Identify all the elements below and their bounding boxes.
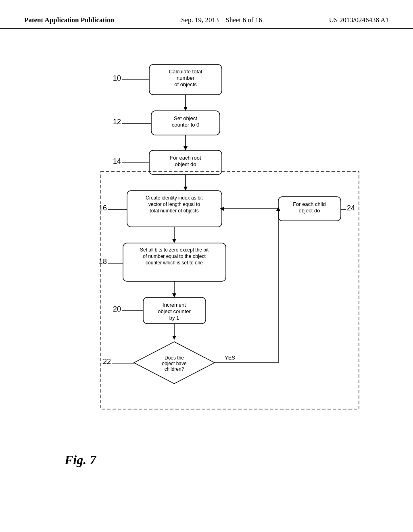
svg-text:Create identity index as bit: Create identity index as bit: [146, 195, 203, 201]
svg-marker-48: [172, 336, 176, 340]
svg-text:YES: YES: [225, 355, 235, 361]
svg-text:children?: children?: [165, 366, 184, 372]
svg-text:counter to 0: counter to 0: [172, 122, 200, 128]
svg-text:object counter: object counter: [158, 308, 191, 314]
svg-marker-21: [184, 187, 188, 191]
figure-label: Fig. 7: [65, 453, 96, 468]
svg-text:number: number: [177, 75, 195, 81]
label-10: 10: [113, 74, 121, 82]
publication-date-sheet: Sep. 19, 2013 Sheet 6 of 16: [181, 16, 262, 24]
svg-text:Does the: Does the: [165, 355, 184, 361]
svg-text:Set all bits to zero except th: Set all bits to zero except the bit: [140, 247, 209, 253]
svg-text:Calculate total: Calculate total: [169, 69, 202, 75]
svg-text:object do: object do: [175, 161, 196, 167]
label-22: 22: [103, 357, 111, 366]
svg-text:object do: object do: [299, 208, 320, 214]
svg-text:total number of objects: total number of objects: [150, 208, 198, 214]
label-24: 24: [347, 204, 355, 212]
patent-number: US 2013/0246438 A1: [329, 16, 389, 24]
svg-text:of objects: of objects: [174, 81, 197, 87]
svg-text:of number equal to the object: of number equal to the object: [143, 254, 206, 259]
label-18: 18: [99, 258, 107, 266]
svg-marker-8: [184, 107, 188, 111]
publication-date: Sep. 19, 2013: [181, 16, 219, 24]
svg-text:object have: object have: [162, 361, 187, 366]
svg-text:For each root: For each root: [170, 155, 201, 161]
label-20: 20: [113, 305, 121, 313]
svg-text:For each child: For each child: [293, 201, 326, 207]
sheet-info: Sheet 6 of 16: [225, 16, 262, 24]
svg-text:by 1: by 1: [169, 315, 179, 321]
flowchart-svg: Calculate total number of objects 10 Set…: [40, 56, 371, 439]
label-16: 16: [99, 204, 107, 212]
svg-text:vector of length equal to: vector of length equal to: [148, 202, 200, 207]
page-header: Patent Application Publication Sep. 19, …: [0, 0, 413, 29]
svg-marker-14: [184, 146, 188, 150]
svg-text:counter which is set to one: counter which is set to one: [146, 260, 203, 266]
svg-text:Increment: Increment: [163, 302, 186, 308]
label-14: 14: [113, 157, 121, 165]
svg-text:Set object: Set object: [174, 115, 197, 121]
label-12: 12: [113, 118, 121, 126]
svg-marker-41: [172, 293, 176, 297]
diagram-area: Calculate total number of objects 10 Set…: [40, 56, 371, 480]
publication-title: Patent Application Publication: [24, 16, 114, 24]
svg-marker-34: [172, 239, 176, 243]
